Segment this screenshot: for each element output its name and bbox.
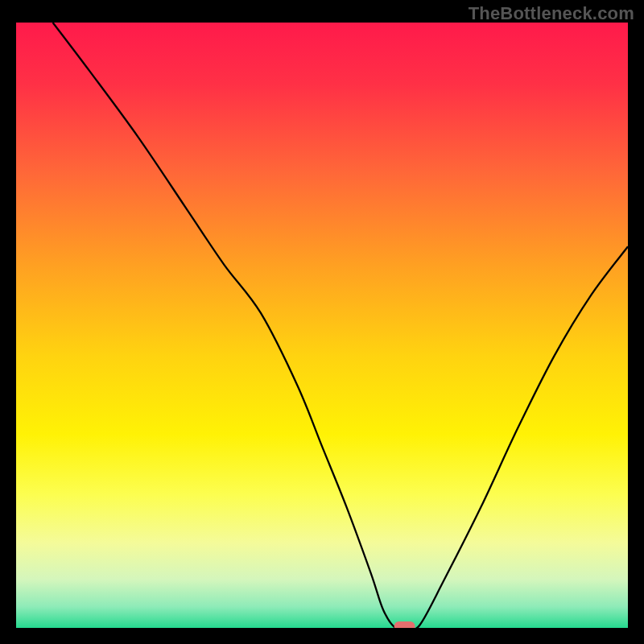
gradient-background (16, 23, 628, 628)
min-marker (394, 621, 415, 628)
chart-frame: TheBottleneck.com (0, 0, 644, 644)
chart-svg (16, 23, 628, 628)
plot-area (16, 23, 628, 628)
watermark-text: TheBottleneck.com (469, 3, 634, 24)
